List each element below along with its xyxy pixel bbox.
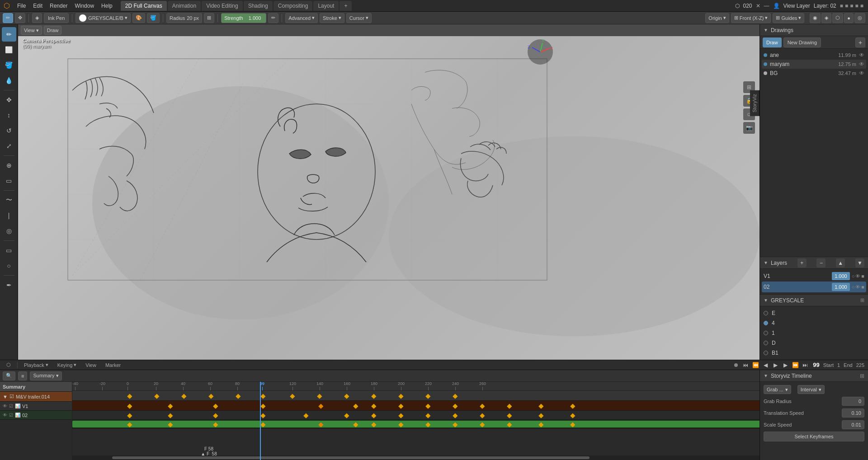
gs-item-B1[interactable]: B1 [762, 348, 866, 358]
draw-tool-active-btn[interactable]: Draw [763, 38, 782, 47]
track-checkbox-02[interactable]: ☑ [9, 413, 13, 418]
look-dev-btn[interactable]: ◎ [854, 13, 865, 23]
sv-translation-speed-value[interactable]: 0.10 [842, 408, 864, 418]
origin-btn[interactable]: Origin ▾ [705, 13, 729, 23]
sv-scale-speed-value[interactable]: 0.01 [842, 420, 864, 429]
track-label-mv[interactable]: ▼ ☑ M&V trailer.014 [0, 392, 72, 402]
layer-val-02[interactable]: 1.000 [832, 283, 850, 291]
draw-tool-btn[interactable]: ✏ [2, 27, 16, 42]
rotate-tool-btn[interactable]: ↺ [2, 123, 16, 138]
tab-compositing[interactable]: Compositing [274, 1, 313, 11]
tl-mode-selector[interactable]: Summary ▾ [30, 371, 61, 380]
layer-val-v1[interactable]: 1.000 [832, 272, 850, 280]
solid-view-btn[interactable]: ◉ [810, 13, 821, 23]
wire-view-btn[interactable]: ◈ [821, 13, 831, 23]
tab-plus[interactable]: + [340, 1, 352, 11]
next-frame-btn[interactable]: ▶ [781, 361, 789, 369]
eyedrop-tool-btn[interactable]: 💧 [2, 73, 16, 88]
close-btn-top[interactable]: ✕ [756, 3, 760, 9]
layer-extra-icon-02[interactable]: ■ [861, 284, 864, 290]
scrollbar-thumb[interactable] [112, 456, 590, 459]
track-eye-02[interactable]: 👁 [3, 413, 7, 418]
circle-tool-btn[interactable]: ○ [2, 258, 16, 273]
cursor-tool-btn[interactable]: ✥ [2, 93, 16, 107]
layer-hide-icon-02[interactable]: ○ [852, 284, 855, 290]
move-tool-btn[interactable]: ↕ [2, 108, 16, 122]
color-mode-btn[interactable]: GREYSCALE/B ▾ [75, 13, 131, 23]
keying-btn[interactable]: Keying ▾ [55, 361, 80, 369]
sv-collapse-icon[interactable]: ▼ [764, 373, 768, 378]
cursor-mode-btn[interactable]: ✥ [15, 13, 25, 23]
track-graph-v1[interactable]: 📊 [15, 404, 20, 408]
track-label-v1[interactable]: 👁 ☑ 📊 V1 [0, 402, 72, 411]
marker-btn[interactable]: Marker [103, 361, 123, 369]
gs-item-E[interactable]: E [762, 308, 866, 318]
storyviz-side-tab[interactable]: StoryViz [750, 90, 760, 116]
ruler-tick-99[interactable]: 99 [260, 382, 264, 390]
minimize-btn-top[interactable]: — [764, 3, 769, 9]
scene-info-btn[interactable]: ⬡ [4, 361, 14, 369]
color-picker-btn[interactable]: 🎨 [132, 13, 145, 23]
playback-btn[interactable]: Playback ▾ [21, 361, 51, 369]
scale-tool-btn[interactable]: ⤢ [2, 139, 16, 153]
tab-2d-full-canvas[interactable]: 2D Full Canvas [121, 1, 167, 11]
layer-lock-icon-v1[interactable]: 👁 [855, 273, 860, 279]
track-graph-02[interactable]: 📊 [15, 413, 20, 418]
annotate-tool-btn[interactable]: ✒ [2, 278, 16, 292]
tl-filter-btn[interactable]: ≡ [18, 371, 27, 380]
layer-hide-icon-v1[interactable]: ○ [852, 273, 855, 279]
next-keyframe-btn[interactable]: ⏩ [791, 361, 799, 369]
timeline-scrollbar[interactable] [72, 455, 868, 460]
radius-btn[interactable]: Radius 20 px [166, 13, 202, 23]
layer-extra-icon-v1[interactable]: ■ [861, 273, 864, 279]
thickness-btn[interactable]: | [2, 208, 16, 223]
radius-toggle-btn[interactable]: ⊞ [204, 13, 214, 23]
jump-start-btn[interactable]: ⏮ [741, 361, 750, 369]
erase-tool-btn[interactable]: ⬜ [2, 42, 16, 57]
brush-name-btn[interactable]: Ink Pen [44, 13, 69, 23]
draw-vp-btn[interactable]: Draw [44, 26, 62, 35]
transform-tool-btn[interactable]: ⊕ [2, 158, 16, 173]
tab-animation[interactable]: Animation [168, 1, 201, 11]
eye-icon-maryam[interactable]: 👁 [859, 61, 864, 67]
strength-tool-btn[interactable]: ◎ [2, 224, 16, 238]
tab-video-editing[interactable]: Video Editing [202, 1, 243, 11]
drawings-collapse-icon[interactable]: ▼ [764, 28, 768, 33]
front-xz-btn[interactable]: ⊞ Front (X-Z) ▾ [731, 13, 771, 23]
sv-grab-dropdown[interactable]: Grab ... ▾ [764, 385, 791, 394]
tab-shading[interactable]: Shading [244, 1, 273, 11]
layer-row-v1[interactable]: V1 1.000 ○ 👁 ■ [762, 271, 866, 282]
new-drawing-btn[interactable]: New Drawing [783, 38, 821, 47]
drawing-item-bg[interactable]: BG 32.47 m 👁 [762, 69, 866, 78]
menu-help[interactable]: Help [98, 0, 116, 12]
mesh-icon-btn[interactable]: ◈ [32, 13, 42, 23]
eye-icon-bg[interactable]: 👁 [859, 70, 864, 76]
render-view-btn[interactable]: ⬡ [832, 13, 843, 23]
material-view-btn[interactable]: ● [844, 13, 854, 23]
drawings-plus-btn[interactable]: + [855, 38, 865, 47]
play-btn[interactable]: ▶ [771, 361, 779, 369]
camera-btn[interactable]: 📷 [743, 122, 755, 134]
layer-row-02[interactable]: 02 1.000 ○ 👁 ■ [762, 282, 866, 292]
advanced-btn[interactable]: Advanced ▾ [285, 13, 318, 23]
gs-collapse-icon[interactable]: ▼ [764, 298, 768, 303]
rect-tool-btn[interactable]: ▭ [2, 243, 16, 258]
strength-bar[interactable]: Strength 1.000 [221, 13, 266, 23]
drawing-item-maryam[interactable]: maryam 12.75 m 👁 [762, 60, 866, 69]
view-bar-btn[interactable]: View [83, 361, 99, 369]
stroke-btn[interactable]: Stroke ▾ [320, 13, 344, 23]
sv-grab-radius-value[interactable]: 0 [842, 397, 864, 406]
gs-item-D[interactable]: D [762, 338, 866, 348]
sv-select-keyframes-btn[interactable]: Select Keyframes [764, 432, 864, 441]
eye-icon-ane[interactable]: 👁 [859, 52, 864, 58]
layer-lock-icon-02[interactable]: 👁 [855, 284, 860, 290]
layers-collapse-icon[interactable]: ▼ [764, 260, 768, 265]
smooth-btn[interactable]: 〜 [2, 193, 16, 207]
cursor-btn[interactable]: Cursor ▾ [346, 13, 372, 23]
sv-side-tab-icon[interactable]: ⊞ [860, 373, 864, 379]
gs-expand-icon[interactable]: ⊞ [860, 297, 864, 303]
draw-mode-btn[interactable]: ✏ [3, 13, 13, 23]
paint-bucket-btn[interactable]: 🪣 [147, 13, 160, 23]
layers-up-btn[interactable]: ▲ [836, 258, 845, 268]
tab-layout[interactable]: Layout [313, 1, 339, 11]
